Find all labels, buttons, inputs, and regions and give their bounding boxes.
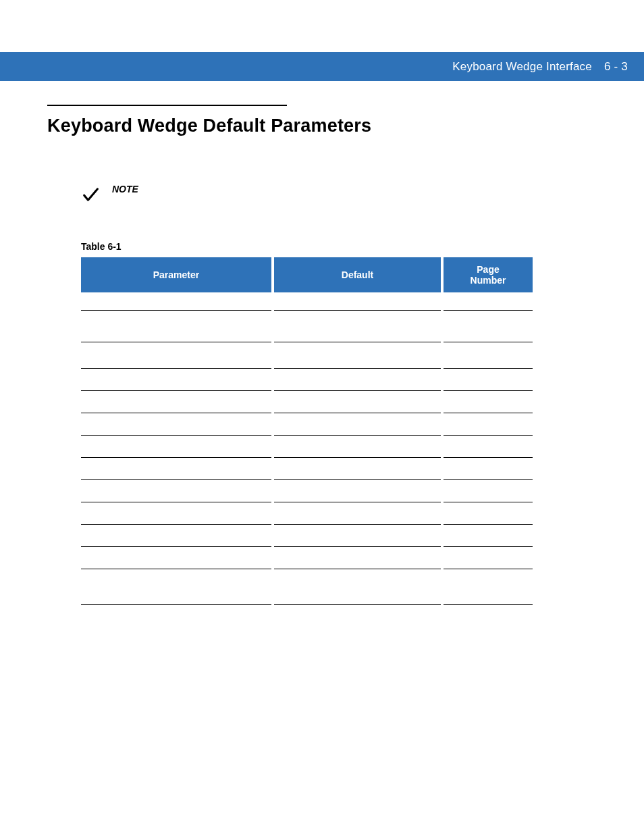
cell-parameter: [81, 311, 273, 342]
table-row: [81, 547, 533, 569]
section-rule: [47, 105, 287, 106]
table-row: [81, 413, 533, 436]
cell-page_number: [442, 569, 533, 605]
col-header-default: Default: [273, 257, 442, 292]
cell-default: [273, 480, 442, 502]
table-header-row: Parameter Default PageNumber: [81, 257, 533, 292]
chapter-title: Keyboard Wedge Interface: [452, 60, 592, 74]
cell-parameter: [81, 342, 273, 369]
cell-default: [273, 502, 442, 525]
cell-parameter: [81, 502, 273, 525]
cell-default: [273, 413, 442, 436]
cell-default: [273, 569, 442, 605]
cell-default: [273, 458, 442, 480]
cell-page_number: [442, 342, 533, 369]
cell-parameter: [81, 391, 273, 413]
table-row: [81, 525, 533, 547]
cell-parameter: [81, 369, 273, 391]
table-row: [81, 480, 533, 502]
note-label: NOTE: [112, 184, 138, 194]
cell-page_number: [442, 480, 533, 502]
col-header-parameter: Parameter: [81, 257, 273, 292]
table-row: [81, 311, 533, 342]
cell-default: [273, 391, 442, 413]
check-icon: [81, 185, 100, 204]
cell-default: [273, 342, 442, 369]
note-block: NOTE: [81, 184, 603, 204]
table-row: [81, 502, 533, 525]
table-row: [81, 342, 533, 369]
cell-default: [273, 525, 442, 547]
cell-parameter: [81, 480, 273, 502]
section-title: Keyboard Wedge Default Parameters: [47, 115, 603, 136]
cell-page_number: [442, 369, 533, 391]
table-row: [81, 436, 533, 458]
page-header: Keyboard Wedge Interface 6 - 3: [0, 52, 644, 81]
parameters-table: Parameter Default PageNumber: [81, 257, 533, 605]
table-spacer-row: [81, 292, 533, 311]
cell-default: [273, 311, 442, 342]
cell-parameter: [81, 436, 273, 458]
cell-default: [273, 436, 442, 458]
cell-parameter: [81, 413, 273, 436]
cell-page_number: [442, 502, 533, 525]
cell-page_number: [442, 547, 533, 569]
table-row: [81, 391, 533, 413]
cell-parameter: [81, 525, 273, 547]
cell-parameter: [81, 547, 273, 569]
col-header-page-number: PageNumber: [442, 257, 533, 292]
cell-page_number: [442, 311, 533, 342]
cell-page_number: [442, 413, 533, 436]
table-row: [81, 369, 533, 391]
cell-page_number: [442, 436, 533, 458]
cell-parameter: [81, 569, 273, 605]
table-row: [81, 569, 533, 605]
cell-default: [273, 547, 442, 569]
cell-page_number: [442, 391, 533, 413]
cell-page_number: [442, 458, 533, 480]
table-caption: Table 6-1: [81, 241, 603, 252]
table-row: [81, 458, 533, 480]
cell-parameter: [81, 458, 273, 480]
cell-page_number: [442, 525, 533, 547]
page-number: 6 - 3: [604, 60, 628, 74]
cell-default: [273, 369, 442, 391]
